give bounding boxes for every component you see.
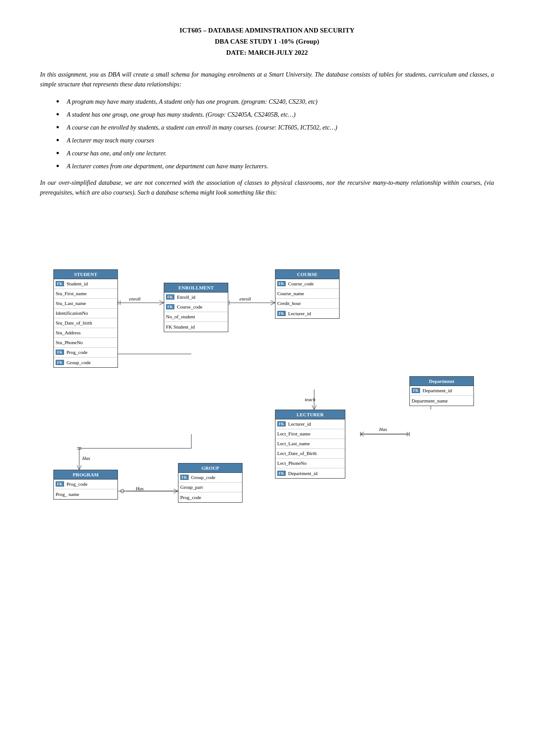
erd-diagram: enroll enroll Has Has teach Has STUDENT … — [40, 216, 494, 528]
field-fk-student: FK Student_id — [166, 324, 194, 329]
enroll-row-2: FK Course_code — [164, 302, 228, 312]
field-dob: Stu_Date_of_birth — [56, 320, 92, 325]
course-table: COURSE FK Course_code Course_name Credit… — [275, 269, 340, 319]
fk-badge: FK — [277, 311, 286, 316]
fk-badge: FK — [56, 350, 64, 355]
field-lect-last: Lect_Last_name — [277, 441, 310, 446]
student-row-5: Stu_Date_of_birth — [54, 318, 117, 328]
svg-line-32 — [360, 434, 364, 436]
teach-label: teach — [305, 397, 316, 402]
field-prog-code: Prog_code — [180, 495, 201, 500]
course-row-1: FK Course_code — [275, 279, 339, 289]
student-row-7: Stu_PhoneNo — [54, 338, 117, 348]
dept-row-1: FK Department_id — [410, 386, 473, 396]
field-student-id: Student_id — [67, 281, 88, 286]
svg-line-31 — [360, 432, 364, 434]
field-group: Group_code — [67, 360, 91, 365]
student-row-2: Stu_First_name — [54, 289, 117, 299]
group-table: GROUP FK Group_code Group_part Prog_code — [178, 463, 243, 503]
student-table: STUDENT FK Student_id Stu_First_name Stu… — [53, 269, 118, 368]
list-item: A lecturer comes from one department, on… — [58, 162, 494, 171]
enroll-row-4: FK Student_id — [164, 322, 228, 332]
program-table: PROGRAM FK Prog_code Prog_ name — [53, 470, 118, 500]
has-label2: Has — [136, 486, 144, 491]
course-row-2: Course_name — [275, 289, 339, 299]
field-dept-id: Department_id — [288, 471, 318, 476]
lect-row-1: FK Lecturer_id — [275, 419, 345, 429]
student-row-1: FK Student_id — [54, 279, 117, 289]
list-item: A course can be enrolled by students, a … — [58, 123, 494, 132]
group-row-1: FK Group_code — [178, 473, 242, 483]
student-table-header: STUDENT — [54, 270, 117, 279]
field-stu-first: Stu_First_name — [56, 291, 87, 296]
enrollment-table-header: ENROLLMENT — [164, 283, 228, 293]
field-lect-dob: Lect_Date_of_Birth — [277, 451, 317, 456]
field-addr: Stu_Address — [56, 330, 81, 335]
field-enroll-id: Enroll_id — [177, 294, 196, 300]
field-phone: Stu_PhoneNo — [56, 340, 83, 345]
svg-line-1 — [159, 301, 164, 303]
svg-line-12 — [79, 465, 81, 470]
lect-row-2: Lect_First_name — [275, 429, 345, 439]
field-prog-code: Prog_code — [67, 481, 88, 487]
svg-line-25 — [314, 405, 316, 410]
field-group-code: Group_code — [191, 475, 215, 480]
field-prog-name: Prog_ name — [56, 492, 79, 497]
field-dept-id: Department_id — [423, 388, 452, 393]
student-row-9: FK Group_code — [54, 358, 117, 367]
lect-row-6: FK Department_id — [275, 468, 345, 478]
svg-line-7 — [271, 303, 275, 305]
prog-row-1: FK Prog_code — [54, 480, 117, 489]
department-table-header: Department — [410, 377, 473, 386]
field-no-student: No_of_student — [166, 314, 195, 319]
bullet-list: A program may have many students, A stud… — [58, 97, 494, 171]
enroll-label2: enroll — [239, 296, 251, 301]
fk-badge: FK — [166, 304, 174, 309]
page-title: ICT605 – DATABASE ADMINSTRATION AND SECU… — [40, 27, 494, 34]
student-row-8: FK Prog_code — [54, 348, 117, 358]
group-row-2: Group_part — [178, 483, 242, 492]
enroll-label1: enroll — [129, 296, 141, 301]
enroll-row-3: No_of_student — [164, 312, 228, 322]
student-row-3: Stu_Last_name — [54, 299, 117, 309]
enroll-row-1: FK Enroll_id — [164, 293, 228, 302]
field-credit: Credit_hour — [277, 301, 301, 306]
prog-row-2: Prog_ name — [54, 489, 117, 499]
pk-badge: FK — [277, 281, 286, 286]
pk-badge: FK — [180, 475, 189, 480]
dept-row-2: Department_name — [410, 396, 473, 406]
student-row-4: IdentificationNo — [54, 309, 117, 318]
svg-line-17 — [174, 491, 178, 493]
course-row-4: FK Lecturer_id — [275, 309, 339, 318]
svg-line-24 — [312, 405, 314, 410]
field-dept-name: Department_name — [412, 398, 448, 403]
department-table: Department FK Department_id Department_n… — [409, 376, 474, 406]
list-item: A lecturer may teach many courses — [58, 136, 494, 145]
field-group-part: Group_part — [180, 484, 203, 490]
group-table-header: GROUP — [178, 463, 242, 473]
lecturer-table: LECTURER FK Lecturer_id Lect_First_name … — [275, 410, 345, 479]
has-label3: Has — [379, 427, 387, 432]
course-table-header: COURSE — [275, 270, 339, 279]
lecturer-table-header: LECTURER — [275, 410, 345, 419]
fk-badge: FK — [56, 360, 64, 365]
list-item: A student has one group, one group has m… — [58, 110, 494, 119]
header-section: ICT605 – DATABASE ADMINSTRATION AND SECU… — [40, 27, 494, 57]
pk-badge: FK — [277, 421, 286, 427]
page-subtitle: DBA CASE STUDY 1 -10% (Group) — [40, 38, 494, 45]
svg-line-6 — [271, 301, 275, 303]
field-course-code: Course_code — [177, 304, 202, 309]
field-lect-id: Lecturer_id — [288, 421, 311, 427]
pk-badge: FK — [166, 294, 174, 300]
lect-row-4: Lect_Date_of_Birth — [275, 449, 345, 459]
has-label1: Has — [82, 455, 90, 461]
lect-row-5: Lect_PhoneNo — [275, 459, 345, 468]
student-row-6: Stu_Address — [54, 328, 117, 338]
group-row-3: Prog_code — [178, 492, 242, 502]
lect-row-3: Lect_Last_name — [275, 439, 345, 449]
field-course-name: Course_name — [277, 291, 304, 296]
page-date: DATE: MARCH-JULY 2022 — [40, 49, 494, 57]
field-lect-phone: Lect_PhoneNo — [277, 460, 307, 466]
svg-line-2 — [159, 303, 164, 305]
svg-line-16 — [174, 489, 178, 491]
